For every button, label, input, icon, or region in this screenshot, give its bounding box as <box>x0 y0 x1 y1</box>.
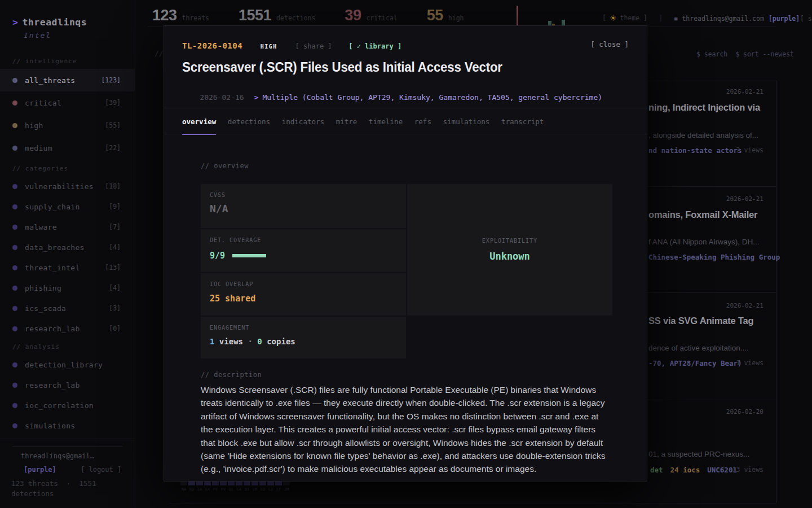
detection-coverage-card: DET. COVERAGE 9/9 <box>201 229 406 272</box>
mitre-tactic-cell: EF <box>275 481 282 492</box>
bracket: [ <box>602 14 606 22</box>
tab-refs[interactable]: refs <box>414 117 431 134</box>
exploitability-value: Unknown <box>489 251 530 262</box>
close-button[interactable]: [ close ] <box>590 40 629 49</box>
sidebar-item-vulnerabilities[interactable]: vulnerabilities [18] <box>0 176 135 196</box>
bullet-icon <box>12 245 17 250</box>
sidebar-item-critical[interactable]: critical [39] <box>0 91 135 114</box>
account-bullet-icon: ■ <box>674 16 677 21</box>
sidebar-item-malware[interactable]: malware [7] <box>0 217 135 237</box>
threat-detail-modal: TL-2026-0104 HIGH [ share ] [ ✓ library … <box>164 25 647 481</box>
bullet-icon <box>12 225 17 230</box>
detections-tag: det <box>650 466 663 474</box>
sidebar-item-count: [0] <box>109 325 121 332</box>
sidebar-item-phishing[interactable]: phishing [4] <box>0 278 135 298</box>
theme-toggle-button[interactable]: [☀theme ] <box>602 14 647 23</box>
feed-item-title: omains, Foxmail X-Mailer <box>648 209 757 220</box>
sidebar-item-data-breaches[interactable]: data_breaches [4] <box>0 237 135 257</box>
sidebar-item-research-lab-analysis[interactable]: research_lab <box>0 375 135 395</box>
tab-overview[interactable]: overview <box>182 117 216 135</box>
ioc-overlap-card: IOC OVERLAP 25 shared <box>201 273 406 316</box>
tab-timeline[interactable]: timeline <box>369 117 403 134</box>
threat-attribution: Multiple (Cobalt Group, APT29, Kimsuky, … <box>262 93 602 102</box>
feed-item-excerpt: , alongside detailed analysis of... <box>648 131 758 139</box>
logout-button[interactable]: [ logout ] <box>81 466 121 474</box>
mitre-tactic-cell: DI <box>244 481 250 492</box>
tab-indicators[interactable]: indicators <box>282 117 324 134</box>
sidebar-item-all-threats[interactable]: all_threats [123] <box>0 69 135 91</box>
sidebar-item-label: malware <box>25 223 57 231</box>
sidebar-item-label: all_threats <box>25 76 75 85</box>
sidebar-item-label: simulations <box>25 422 75 430</box>
stat-value: 39 <box>345 7 361 24</box>
mitre-tactic-cell: CA <box>236 481 242 492</box>
feed-item-views: 2 views <box>736 146 764 154</box>
views-word: views <box>214 337 243 346</box>
bullet-icon <box>12 383 17 388</box>
sidebar-item-threat-intel[interactable]: threat_intel [13] <box>0 257 135 278</box>
threat-id: TL-2026-0104 <box>182 41 242 50</box>
tab-mitre[interactable]: mitre <box>336 117 358 134</box>
feed-item-date: 2026-02-21 <box>726 302 764 309</box>
prompt-icon: > <box>12 17 18 28</box>
divider <box>12 446 122 447</box>
threat-meta: 2026-02-16>Multiple (Cobalt Group, APT29… <box>182 85 602 110</box>
account-menu[interactable]: ■threadlinqs@gmail.com[purple] <box>674 15 800 23</box>
sidebar-item-research-lab[interactable]: research_lab [0] <box>0 318 135 339</box>
sidebar-item-count: [22] <box>105 144 121 152</box>
severity-badge: HIGH <box>261 43 277 50</box>
sidebar-item-medium[interactable]: medium [22] <box>0 137 135 159</box>
sidebar-item-label: vulnerabilities <box>25 182 94 191</box>
divider <box>164 134 647 134</box>
ioc-value: 25 shared <box>210 294 397 304</box>
stat-label: threats <box>182 14 209 22</box>
section-label-categories: // categories <box>12 165 135 173</box>
feed-item-tags: det 24 iocs UNC6201 <box>650 466 737 474</box>
section-label-analysis: // analysis <box>12 343 135 351</box>
feed-item-views: 13 views <box>732 466 764 474</box>
sidebar-footer: threadlinqs@gmail… [purple] [ logout ] 1… <box>0 439 135 508</box>
coverage-bar-fill <box>232 254 266 257</box>
account-theme-tag: [purple] <box>769 15 800 23</box>
section-label-intelligence: // intelligence <box>12 58 135 65</box>
sidebar-item-label: threat_intel <box>25 264 80 272</box>
feed-item-date: 2026-02-21 <box>726 88 764 95</box>
sidebar-item-count: [123] <box>101 76 121 84</box>
stat-detections: 1551 detections <box>239 7 315 24</box>
app-logo[interactable]: >threadlinqs <box>12 17 135 28</box>
sidebar-item-ioc-correlation[interactable]: ioc_correlation <box>0 395 135 415</box>
ioc-label: IOC OVERLAP <box>210 281 397 287</box>
theme-tag[interactable]: [purple] <box>24 466 56 474</box>
sidebar-item-high[interactable]: high [55] <box>0 114 135 137</box>
sun-icon: ☀ <box>610 14 617 23</box>
sidebar-item-ics-scada[interactable]: ics_scada [3] <box>0 298 135 318</box>
sidebar-item-simulations[interactable]: simulations <box>0 415 135 436</box>
tab-detections[interactable]: detections <box>228 117 270 134</box>
bracket: ] <box>643 14 647 22</box>
mitre-mini-bar: RARDIAEXPEPVDECADILMCOC2EFIM <box>180 481 290 492</box>
divider <box>164 108 647 108</box>
sidebar-item-count: [9] <box>109 203 121 211</box>
bullet-icon <box>12 184 17 189</box>
feed-item-tag: -70, APT28/Fancy Bear) <box>648 359 742 367</box>
search-sort-commands[interactable]: $ search $ sort --newest <box>696 50 794 58</box>
feed-item-title: SS via SVG Animate Tag <box>648 316 753 326</box>
account-email: threadlinqs@gmail.com <box>682 15 764 23</box>
sidebar-item-supply-chain[interactable]: supply_chain [9] <box>0 196 135 217</box>
tab-simulations[interactable]: simulations <box>443 117 490 134</box>
sidebar-item-label: research_lab <box>25 381 80 389</box>
engagement-label: ENGAGEMENT <box>210 325 397 331</box>
sidebar-item-count: [13] <box>105 264 121 271</box>
library-button[interactable]: [ ✓ library ] <box>348 42 401 50</box>
share-button[interactable]: [ share ] <box>295 42 332 50</box>
sidebar-item-detection-library[interactable]: detection_library <box>0 354 135 375</box>
mitre-tactic-cell: CO <box>259 481 266 492</box>
feed-item-date: 2026-02-21 <box>726 195 764 203</box>
feed-item-tag: nd nation-state actors <box>648 146 742 155</box>
signout-button[interactable]: [ s <box>800 15 812 23</box>
sparkline-bar <box>517 6 518 26</box>
header-stats: 123 threats 1551 detections 39 critical … <box>152 7 464 24</box>
sidebar-item-count: [7] <box>109 223 121 231</box>
bullet-icon <box>12 265 17 270</box>
tab-transcript[interactable]: transcript <box>501 117 544 134</box>
